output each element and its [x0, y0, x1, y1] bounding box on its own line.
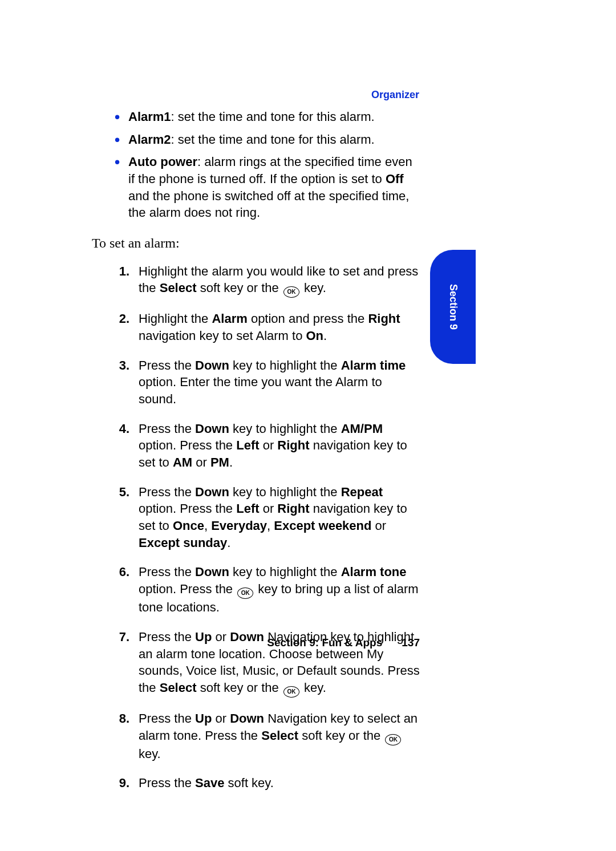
step-text: . — [323, 329, 327, 343]
down-bold: Down — [195, 485, 229, 499]
step-text: Press the — [139, 485, 195, 499]
ampm-bold: AM/PM — [341, 422, 383, 436]
step-text: Press the — [139, 776, 195, 790]
ok-icon: OK — [283, 686, 299, 698]
step-text: soft key or the — [197, 281, 282, 295]
step-item: Press the Up or Down Navigation key to s… — [92, 710, 420, 762]
page-footer: Section 9: Fun & Apps137 — [0, 637, 420, 649]
step-text: key to highlight the — [229, 422, 341, 436]
am-bold: AM — [173, 455, 192, 469]
step-item: Highlight the alarm you would like to se… — [92, 263, 420, 298]
footer-page-number: 137 — [402, 637, 420, 649]
step-item: Highlight the Alarm option and press the… — [92, 310, 420, 344]
step-text: key. — [139, 747, 161, 761]
on-bold: On — [306, 329, 324, 343]
bullet-desc: and the phone is switched off at the spe… — [128, 189, 409, 220]
select-bold: Select — [160, 680, 197, 695]
right-bold: Right — [277, 501, 309, 516]
step-text: soft key or the — [298, 728, 384, 743]
alarm-bold: Alarm — [212, 311, 247, 326]
down-bold: Down — [230, 711, 264, 726]
step-text: Press the — [139, 358, 195, 372]
steps-list: Highlight the alarm you would like to se… — [92, 263, 420, 792]
right-bold: Right — [368, 311, 400, 326]
step-text: option. Press the — [139, 501, 236, 516]
save-bold: Save — [195, 776, 224, 790]
step-text: soft key or the — [197, 680, 282, 695]
down-bold: Down — [195, 565, 229, 579]
left-bold: Left — [236, 438, 259, 452]
step-text: key to highlight the — [229, 565, 341, 579]
step-text: key to highlight the — [229, 485, 341, 499]
ok-icon: OK — [283, 286, 299, 298]
select-bold: Select — [160, 281, 197, 295]
step-text: Highlight the — [139, 311, 212, 326]
step-text: key. — [301, 680, 326, 695]
step-text: Press the — [139, 565, 195, 579]
step-text: , — [204, 518, 211, 533]
bullet-list: Alarm1: set the time and tone for this a… — [92, 108, 420, 221]
ok-icon: OK — [385, 734, 401, 745]
section-side-tab: Section 9 — [430, 250, 476, 364]
ok-icon: OK — [237, 587, 253, 599]
once-bold: Once — [173, 518, 204, 533]
bullet-term: Alarm1 — [128, 110, 171, 124]
step-text: key to highlight the — [229, 358, 341, 372]
bullet-term: Alarm2 — [128, 132, 171, 147]
alarm-tone-bold: Alarm tone — [341, 565, 407, 579]
everyday-bold: Everyday — [211, 518, 267, 533]
step-item: Press the Down key to highlight the Alar… — [92, 564, 420, 615]
except-weekend-bold: Except weekend — [274, 518, 371, 533]
step-text: Press the — [139, 711, 195, 726]
step-text: or — [371, 518, 386, 533]
footer-section: Section 9: Fun & Apps — [267, 637, 382, 649]
left-bold: Left — [236, 501, 259, 516]
page: Organizer Alarm1: set the time and tone … — [0, 0, 616, 851]
step-text: option. Press the — [139, 582, 236, 596]
bullet-desc: : set the time and tone for this alarm. — [171, 110, 375, 124]
bullet-desc: : set the time and tone for this alarm. — [171, 132, 375, 147]
off-bold: Off — [386, 172, 404, 186]
bullet-item: Alarm1: set the time and tone for this a… — [92, 108, 420, 125]
intro-text: To set an alarm: — [92, 234, 420, 252]
step-text: . — [229, 455, 233, 469]
select-bold: Select — [261, 728, 298, 743]
bullet-item: Auto power: alarm rings at the specified… — [92, 153, 420, 221]
right-bold: Right — [277, 438, 309, 452]
repeat-bold: Repeat — [341, 485, 383, 499]
up-bold: Up — [195, 711, 212, 726]
step-text: option and press the — [248, 311, 368, 326]
step-text: or — [260, 438, 278, 452]
content-block: Alarm1: set the time and tone for this a… — [92, 108, 420, 804]
step-item: Press the Down key to highlight the Repe… — [92, 484, 420, 552]
down-bold: Down — [195, 358, 229, 372]
step-text: , — [267, 518, 274, 533]
down-bold: Down — [195, 422, 229, 436]
bullet-item: Alarm2: set the time and tone for this a… — [92, 131, 420, 148]
except-sunday-bold: Except sunday — [139, 536, 227, 550]
step-text: soft key. — [224, 776, 273, 790]
header-category: Organizer — [371, 89, 419, 101]
step-item: Press the Save soft key. — [92, 775, 420, 792]
step-text: or — [260, 501, 278, 516]
step-text: or — [192, 455, 210, 469]
bullet-term: Auto power — [128, 155, 197, 169]
step-text: option. Enter the time you want the Alar… — [139, 375, 382, 406]
step-text: key. — [301, 281, 326, 295]
step-item: Press the Down key to highlight the AM/P… — [92, 420, 420, 471]
step-text: option. Press the — [139, 438, 236, 452]
step-text: . — [227, 536, 230, 550]
step-text: navigation key to set Alarm to — [139, 329, 306, 343]
step-text: or — [212, 711, 230, 726]
pm-bold: PM — [210, 455, 229, 469]
step-item: Press the Down key to highlight the Alar… — [92, 357, 420, 408]
step-text: Press the — [139, 422, 195, 436]
section-side-label: Section 9 — [447, 284, 459, 330]
alarm-time-bold: Alarm time — [341, 358, 406, 372]
